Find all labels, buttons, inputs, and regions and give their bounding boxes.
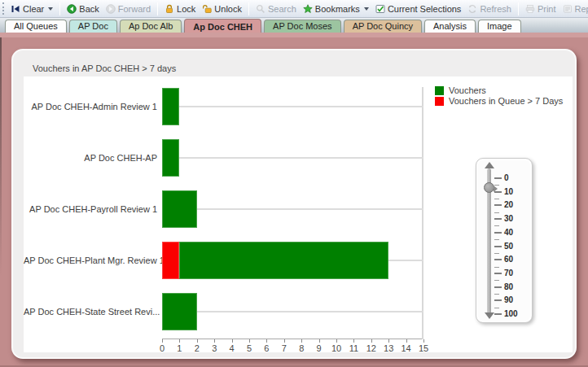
chart-card: AP Doc CHEH-Admin Review 1AP Doc CHEH-AP… [24,76,573,352]
x-axis-tick-label: 6 [258,343,274,353]
x-axis-tick-label: 7 [276,343,292,353]
toolbar-button-label: Forward [118,4,151,14]
bar-segment-vouchers[interactable] [162,190,197,228]
slider-minor-tick [494,253,499,254]
x-axis-tick-label: 8 [293,343,309,353]
x-axis-tick [179,339,180,343]
slider-major-tick [494,177,502,179]
x-axis-tick [232,339,233,343]
x-axis-tick-label: 2 [189,343,205,353]
slider-minor-tick [494,212,499,213]
bar-segment-vouchers-in-queue-7-days[interactable] [162,242,179,279]
bar-segment-vouchers[interactable] [162,88,179,125]
plot-right-border [422,87,423,339]
toolbar-button-back[interactable]: Back [64,2,102,15]
plot-area [162,87,423,339]
toolbar-grip[interactable] [2,2,4,15]
x-axis-tick [319,339,320,343]
slider-tick-label: 20 [504,200,513,210]
tab-ap-doc-alb[interactable]: Ap Doc Alb [120,20,182,33]
unlock-icon [202,4,212,14]
category-axis-labels: AP Doc CHEH-Admin Review 1AP Doc CHEH-AP… [24,87,157,339]
x-axis-tick [249,339,250,343]
back-circle-icon [67,4,77,14]
x-axis-tick [214,339,215,343]
row-gridline [162,106,423,107]
slider-up-arrow[interactable] [485,162,494,168]
bar-segment-vouchers[interactable] [162,139,179,177]
search-icon [256,4,265,14]
toolbar-button-label: Refresh [480,4,511,14]
tab-image[interactable]: Image [478,20,521,33]
row-gridline [162,208,423,210]
chevron-down-icon [364,7,369,11]
window-left-edge [0,33,2,277]
tab-ap-doc-moses[interactable]: AP Doc Moses [264,20,341,33]
legend-swatch [435,86,444,95]
slider-major-tick [494,218,502,220]
slider-minor-tick [494,267,499,268]
lock-icon [165,4,174,14]
x-axis-tick-label: 1 [171,343,187,353]
active-tab-band [0,33,588,37]
tab-all-queues[interactable]: All Queues [5,20,67,33]
bar-segment-vouchers[interactable] [179,242,388,279]
toolbar-button-label: Clear [23,4,44,14]
slider-tick-label: 0 [504,173,509,183]
slider-minor-tick [494,308,499,308]
tab-strip: All QueuesAP DocAp Doc AlbAp Doc CHEHAP … [0,18,588,33]
chart-legend: VouchersVouchers in Queue > 7 Days [435,85,563,107]
toolbar-button-label: Bookmarks [315,4,360,14]
report-icon [563,4,573,14]
slider-tick-label: 10 [504,187,513,197]
legend-label: Vouchers [449,85,486,95]
x-axis-tick [284,339,285,343]
chevron-down-icon [48,7,53,11]
legend-item: Vouchers [435,85,563,95]
toolbar-button-label: Print [538,4,556,14]
toolbar-separator [518,2,519,15]
slider-tick-label: 50 [504,242,513,251]
bar-segment-vouchers[interactable] [162,293,197,330]
slider-tick-label: 80 [504,282,513,292]
toolbar-button-print: Print [522,2,559,15]
toolbar-button-clear[interactable]: Clear [7,2,56,15]
forward-circle-icon [106,4,116,14]
slider-thumb[interactable] [484,182,494,193]
tab-analysis[interactable]: Analysis [424,20,476,33]
row-gridline [162,311,423,312]
toolbar-button-label: Current Selections [388,4,462,14]
x-axis-tick-label: 9 [311,343,327,353]
tab-ap-doc-quincy[interactable]: AP Doc Quincy [344,20,422,33]
slider-major-tick [494,313,502,315]
x-axis-tick [301,339,302,343]
x-axis-tick [266,339,267,343]
tab-ap-doc[interactable]: AP Doc [69,20,117,33]
toolbar-button-search: Search [252,2,300,15]
refresh-icon [467,4,477,14]
slider-major-tick [494,299,502,301]
toolbar-button-current-selections[interactable]: Current Selections [372,2,465,15]
x-axis-tick-label: 5 [241,343,257,353]
toolbar-button-unlock[interactable]: Unlock [199,2,245,15]
x-axis-tick-label: 4 [224,343,240,353]
toolbar-button-lock[interactable]: Lock [161,2,199,15]
slider-tick-label: 100 [504,309,518,319]
slider-minor-tick [494,294,499,295]
category-label: AP Doc CHEH-Plant Mgr. Review 1 [24,254,157,267]
slider-minor-tick [494,199,499,199]
sheet-panel: Vouchers in AP Doc CHEH > 7 days AP Doc … [11,49,577,359]
slider-major-tick [494,246,502,247]
toolbar-button-bookmarks[interactable]: Bookmarks [300,2,372,15]
x-axis-tick [371,339,372,343]
x-axis-tick-label: 11 [345,343,362,353]
x-axis-tick-label: 13 [380,343,397,353]
x-axis-tick [197,339,198,343]
toolbar-button-label: Back [79,4,99,14]
toolbar-button-label: Lock [177,4,195,14]
x-axis-tick-label: 3 [206,343,222,353]
slider-major-tick [494,259,502,260]
checkbox-icon [375,4,385,14]
category-label: AP Doc CHEH-Payroll Review 1 [24,203,157,216]
slider-down-arrow[interactable] [485,312,494,319]
